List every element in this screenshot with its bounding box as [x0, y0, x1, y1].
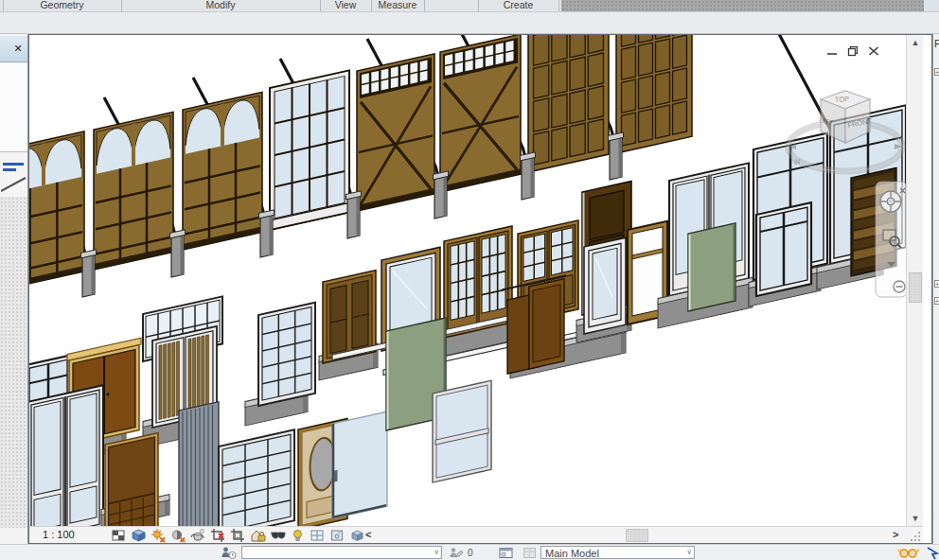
revit-window: { "ribbon": { "panels": [ { "label": "Ge…: [0, 0, 939, 560]
temporary-view-properties-icon[interactable]: [329, 528, 345, 543]
ribbon-panel-labels: Geometry Modify View Measure Create: [0, 0, 939, 12]
editing-requests-count: 0: [468, 548, 473, 558]
ribbon-divider: [558, 0, 559, 11]
detail-level-icon[interactable]: [111, 528, 127, 543]
ribbon-panel-view[interactable]: View: [320, 0, 371, 11]
crop-view-icon[interactable]: [210, 528, 226, 543]
chevron-down-icon: ∨: [686, 548, 692, 556]
visual-style-icon[interactable]: [131, 528, 147, 543]
resize-grip[interactable]: [910, 531, 921, 542]
rendering-dialog-icon[interactable]: [190, 528, 206, 543]
chevron-down-icon: ∨: [434, 548, 439, 556]
ribbon-collapsed-area: [561, 0, 924, 11]
view-window-controls: [825, 44, 888, 60]
ribbon-divider: [320, 0, 321, 11]
close-icon[interactable]: ✕: [12, 43, 24, 54]
shadows-icon[interactable]: [170, 528, 186, 543]
active-design-option: Main Model: [545, 548, 599, 559]
temporary-hide-isolate-icon[interactable]: [270, 528, 286, 543]
sun-path-icon[interactable]: [151, 528, 167, 543]
worksets-icon[interactable]: [221, 546, 237, 560]
inactive-option-icon: [522, 546, 538, 560]
view-scale-button[interactable]: 1 : 100: [43, 529, 99, 542]
view-control-bar: 1 : 100 < >: [29, 526, 923, 543]
show-crop-region-icon[interactable]: [230, 528, 246, 543]
palette-body: [0, 63, 27, 150]
palette-link-text[interactable]: [3, 163, 24, 166]
right-panel-title: P: [934, 38, 939, 49]
tree-expand-icon[interactable]: +: [934, 68, 939, 76]
editing-requests-icon[interactable]: [448, 546, 464, 560]
vertical-scroll-thumb[interactable]: [909, 272, 922, 303]
ribbon-panel-measure[interactable]: Measure: [371, 0, 424, 11]
scroll-down-icon[interactable]: ▼: [907, 511, 924, 526]
ribbon-divider: [371, 0, 372, 11]
palette-link-text[interactable]: [3, 168, 16, 171]
model-canvas[interactable]: [29, 35, 906, 526]
design-option-combobox[interactable]: Main Model ∨: [540, 546, 695, 559]
exclude-options-icon[interactable]: [898, 546, 919, 560]
tree-expand-icon[interactable]: +: [934, 297, 939, 305]
ribbon-panel-geometry[interactable]: Geometry: [3, 0, 121, 11]
view-lock-icon[interactable]: [250, 528, 266, 543]
restore-icon[interactable]: [846, 44, 859, 58]
palette-header: ✕: [0, 36, 27, 62]
ribbon-right-cap: [924, 0, 939, 11]
scroll-right-icon[interactable]: >: [893, 529, 906, 542]
navigation-bar[interactable]: [875, 181, 909, 306]
options-bar: [0, 12, 939, 34]
press-drag-filter-icon[interactable]: [925, 546, 939, 560]
ribbon-panel-create[interactable]: Create: [478, 0, 558, 11]
view-cube[interactable]: W TOP LEFT FRONT: [779, 82, 912, 194]
ribbon-divider: [478, 0, 479, 11]
design-options-icon[interactable]: [498, 546, 514, 560]
status-bar: ∨ 0 Main Model ∨: [0, 544, 939, 560]
horizontal-scroll-thumb[interactable]: [626, 529, 648, 542]
view-control-icons: [111, 528, 365, 543]
palette-texture-area: [0, 197, 27, 528]
workset-combobox[interactable]: ∨: [241, 546, 442, 559]
palette-preview-fragment: [1, 174, 27, 195]
properties-palette-edge: ✕: [0, 34, 28, 544]
ribbon-panel-modify[interactable]: Modify: [121, 0, 320, 11]
worksharing-display-icon[interactable]: [310, 528, 326, 543]
scroll-left-icon[interactable]: <: [365, 529, 379, 542]
displacement-sets-icon[interactable]: [349, 528, 365, 543]
project-browser-edge[interactable]: P + + +: [932, 34, 939, 544]
vertical-scrollbar[interactable]: ▲ ▼: [906, 35, 923, 526]
tree-expand-icon[interactable]: +: [934, 280, 939, 288]
ribbon-divider: [424, 0, 425, 11]
ribbon-divider: [121, 0, 122, 11]
minimize-icon[interactable]: [825, 44, 839, 58]
viewcube-top-label: TOP: [835, 95, 850, 104]
close-icon[interactable]: [867, 44, 880, 58]
reveal-hidden-elements-icon[interactable]: [290, 528, 306, 543]
scroll-up-icon[interactable]: ▲: [907, 35, 924, 50]
palette-divider: [0, 151, 27, 152]
drawing-area-window: W TOP LEFT FRONT ▲ ▼ 1: [28, 34, 932, 544]
ribbon-divider: [3, 0, 4, 11]
